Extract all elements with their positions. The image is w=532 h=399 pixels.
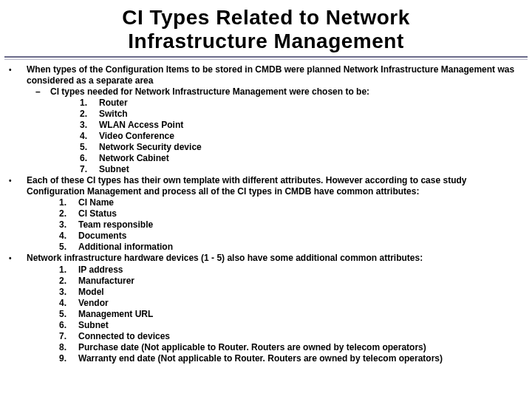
item-text: Vendor bbox=[78, 298, 526, 309]
numbered-item: 5.Additional information bbox=[59, 242, 526, 253]
numbered-item: 1.IP address bbox=[59, 265, 526, 276]
numbered-item: 4.Vendor bbox=[59, 298, 526, 309]
numbered-item: 6.Network Cabinet bbox=[80, 153, 526, 164]
numbered-item: 1.Router bbox=[80, 98, 526, 109]
item-number: 4. bbox=[59, 231, 78, 242]
title-line-1: CI Types Related to Network bbox=[122, 6, 410, 29]
item-text: CI Status bbox=[78, 208, 526, 219]
item-number: 5. bbox=[59, 242, 78, 253]
divider-thick bbox=[4, 56, 528, 58]
item-number: 7. bbox=[59, 331, 78, 342]
item-text: Warranty end date (Not applicable to Rou… bbox=[78, 353, 526, 364]
dash-icon: – bbox=[35, 86, 50, 98]
item-text: Router bbox=[99, 98, 526, 109]
item-number: 6. bbox=[80, 153, 99, 164]
item-number: 5. bbox=[80, 142, 99, 153]
numbered-item: 2.CI Status bbox=[59, 208, 526, 219]
numbered-item: 3.WLAN Access Point bbox=[80, 120, 526, 131]
item-number: 2. bbox=[59, 276, 78, 287]
numbered-item: 7.Connected to devices bbox=[59, 331, 526, 342]
item-text: Switch bbox=[99, 109, 526, 120]
sub-bullet-item: – CI types needed for Network Infrastruc… bbox=[35, 86, 526, 98]
item-text: Network Security device bbox=[99, 142, 526, 153]
bullet-icon: • bbox=[9, 175, 19, 197]
item-number: 4. bbox=[80, 131, 99, 142]
bullet-text: Network infrastructure hardware devices … bbox=[27, 253, 526, 265]
item-number: 3. bbox=[59, 287, 78, 298]
item-number: 4. bbox=[59, 298, 78, 309]
item-number: 2. bbox=[80, 109, 99, 120]
bullet-icon: • bbox=[9, 64, 19, 86]
item-text: IP address bbox=[78, 265, 526, 276]
divider-thin bbox=[4, 59, 528, 60]
slide-title: CI Types Related to Network Infrastructu… bbox=[0, 6, 532, 53]
item-number: 9. bbox=[59, 353, 78, 364]
item-number: 1. bbox=[80, 98, 99, 109]
item-text: Team responsible bbox=[78, 219, 526, 231]
item-number: 2. bbox=[59, 208, 78, 219]
item-number: 5. bbox=[59, 309, 78, 320]
title-line-2: Infrastructure Management bbox=[128, 30, 403, 52]
numbered-item: 7.Subnet bbox=[80, 164, 526, 175]
bullet-icon: • bbox=[9, 253, 19, 265]
item-text: Video Conference bbox=[99, 131, 526, 142]
numbered-item: 4.Documents bbox=[59, 231, 526, 242]
numbered-item: 2.Manufacturer bbox=[59, 276, 526, 287]
numbered-item: 9.Warranty end date (Not applicable to R… bbox=[59, 353, 526, 364]
item-text: Management URL bbox=[78, 309, 526, 320]
bullet-item: • Each of these CI types has their own t… bbox=[9, 175, 526, 197]
bullet-item: • Network infrastructure hardware device… bbox=[9, 253, 526, 265]
item-text: Network Cabinet bbox=[99, 153, 526, 164]
sub-bullet-text: CI types needed for Network Infrastructu… bbox=[50, 86, 526, 98]
numbered-item: 5.Network Security device bbox=[80, 142, 526, 153]
item-text: Subnet bbox=[78, 320, 526, 331]
item-number: 6. bbox=[59, 320, 78, 331]
item-text: Documents bbox=[78, 231, 526, 242]
numbered-item: 5.Management URL bbox=[59, 309, 526, 320]
item-text: Additional information bbox=[78, 242, 526, 253]
item-number: 8. bbox=[59, 342, 78, 353]
item-text: CI Name bbox=[78, 197, 526, 208]
numbered-item: 4.Video Conference bbox=[80, 131, 526, 142]
item-text: Connected to devices bbox=[78, 331, 526, 342]
item-number: 7. bbox=[80, 164, 99, 175]
numbered-item: 2.Switch bbox=[80, 109, 526, 120]
item-text: Subnet bbox=[99, 164, 526, 175]
numbered-item: 1.CI Name bbox=[59, 197, 526, 208]
item-text: Model bbox=[78, 287, 526, 298]
item-text: WLAN Access Point bbox=[99, 120, 526, 131]
bullet-text: When types of the Configuration Items to… bbox=[27, 64, 526, 86]
item-text: Purchase date (Not applicable to Router.… bbox=[78, 342, 526, 353]
bullet-text: Each of these CI types has their own tem… bbox=[27, 175, 526, 197]
bullet-item: • When types of the Configuration Items … bbox=[9, 64, 526, 86]
item-number: 3. bbox=[59, 219, 78, 231]
item-number: 1. bbox=[59, 265, 78, 276]
item-text: Manufacturer bbox=[78, 276, 526, 287]
numbered-item: 3.Team responsible bbox=[59, 219, 526, 231]
item-number: 3. bbox=[80, 120, 99, 131]
slide-body: • When types of the Configuration Items … bbox=[0, 64, 532, 364]
numbered-item: 3.Model bbox=[59, 287, 526, 298]
item-number: 1. bbox=[59, 197, 78, 208]
numbered-item: 8.Purchase date (Not applicable to Route… bbox=[59, 342, 526, 353]
numbered-item: 6.Subnet bbox=[59, 320, 526, 331]
